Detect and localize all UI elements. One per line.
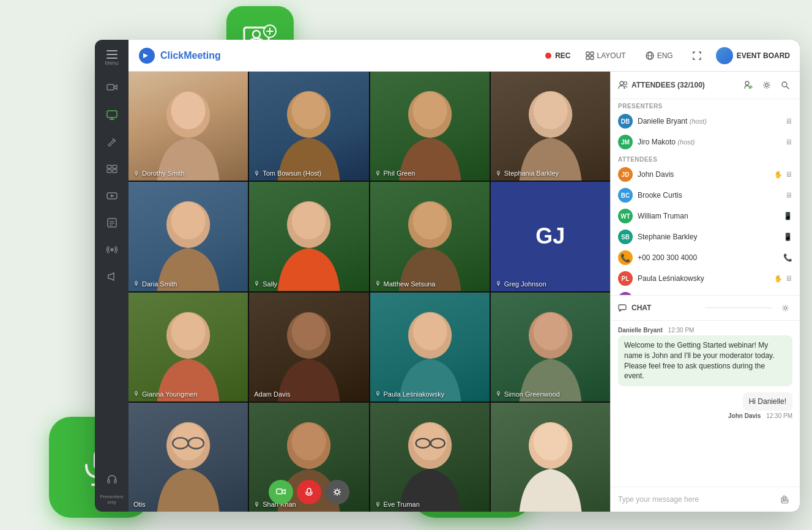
- rec-button[interactable]: REC: [545, 51, 570, 60]
- attendee-row-brooke[interactable]: BC Brooke Curtis 🖥: [611, 185, 800, 206]
- chat-label: CHAT: [631, 304, 700, 312]
- video-feed-eve: [370, 403, 490, 512]
- attendee-row-john[interactable]: JD John Davis ✋ 🖥: [611, 164, 800, 185]
- presenters-only-label: Presenters only: [95, 494, 129, 506]
- sidebar-youtube-icon[interactable]: [100, 184, 124, 207]
- svg-rect-85: [785, 497, 787, 501]
- fullscreen-button[interactable]: [688, 49, 706, 62]
- video-cell-paula: 🎙 Paula Leśniakowsky: [370, 293, 490, 401]
- video-name-greg: 🎙 Greg Johnson: [496, 280, 546, 288]
- video-cell-phil: 🎙 Phil Green: [370, 72, 490, 181]
- settings-btn[interactable]: [759, 78, 774, 92]
- avatar-greg: GJ: [491, 182, 610, 291]
- svg-rect-27: [114, 480, 116, 483]
- sidebar-menu-button[interactable]: Menu: [100, 46, 124, 70]
- fullscreen-icon: [693, 51, 701, 60]
- attendee-row-sally-jones[interactable]: SJ Sally Jones 🖥: [611, 289, 800, 295]
- name-label-greg: Greg Johnson: [504, 280, 546, 288]
- sidebar-draw-icon[interactable]: [100, 130, 124, 154]
- name-danielle: Danielle Bryant (host): [638, 117, 780, 125]
- name-label-sally: Sally: [263, 280, 277, 288]
- attendee-row-jiro[interactable]: JM Jiro Makoto (host) 🖥: [611, 132, 800, 152]
- gear-ctrl-icon: [333, 488, 341, 496]
- name-paula-list: Paula Leśniakowsky: [638, 274, 769, 283]
- video-feed-stephania: [491, 72, 610, 181]
- video-cell-sally: 🎙 Sally: [249, 182, 368, 291]
- mic-icon-eve: 🎙: [375, 501, 381, 508]
- tasks-icon: [106, 217, 117, 228]
- attendee-row-phone[interactable]: 📞 +00 200 300 4000 📞: [611, 247, 800, 268]
- video-cell-shah: 🎙 Shah Khan: [249, 403, 368, 512]
- svg-point-64: [292, 423, 326, 460]
- sidebar-headset-icon[interactable]: [100, 468, 124, 491]
- video-name-tom: 🎙 Tom Bowsun (Host): [254, 170, 321, 177]
- name-john: John Davis: [638, 170, 769, 179]
- icons-paula-list: ✋ 🖥: [774, 274, 792, 283]
- sidebar-screen2-icon[interactable]: [100, 157, 124, 181]
- svg-rect-17: [113, 170, 117, 173]
- name-label-otis: Otis: [133, 501, 146, 508]
- attendees-icon: [618, 81, 628, 89]
- chat-divider: [705, 307, 773, 308]
- rec-label: REC: [555, 51, 570, 60]
- sidebar-announce-icon[interactable]: [100, 265, 124, 288]
- camera-control-btn[interactable]: [269, 480, 293, 504]
- lang-button[interactable]: ENG: [641, 49, 678, 62]
- svg-rect-32: [590, 56, 594, 59]
- sidebar: Menu: [95, 40, 129, 512]
- msg-meta-john: John Davis 12:30 PM: [728, 412, 792, 419]
- attendee-row-paula-list[interactable]: PL Paula Leśniakowsky ✋ 🖥: [611, 268, 800, 289]
- mic-icon-phil: 🎙: [375, 170, 381, 177]
- top-bar: ClickMeeting REC LAYOUT: [129, 40, 800, 72]
- name-label-stephania: Stephania Barkley: [504, 170, 559, 177]
- attendee-row-stephanie[interactable]: SB Stephanie Barkley 📱: [611, 226, 800, 247]
- svg-point-79: [765, 84, 769, 87]
- attendee-row-danielle[interactable]: DB Danielle Bryant (host) 🖥: [611, 111, 800, 132]
- video-feed-phil: [370, 72, 490, 181]
- svg-point-4: [253, 31, 260, 38]
- event-board-button[interactable]: EVENT BOARD: [716, 47, 790, 64]
- mic-icon-greg: 🎙: [496, 280, 502, 287]
- layout-button[interactable]: LAYOUT: [581, 49, 631, 62]
- video-cell-otis: Otis: [129, 403, 248, 512]
- svg-rect-10: [107, 111, 117, 118]
- chat-send-icon[interactable]: [778, 492, 792, 507]
- chat-input[interactable]: [618, 495, 773, 504]
- settings-control-btn[interactable]: [325, 480, 349, 504]
- msg-time-danielle: 12:30 PM: [668, 327, 695, 334]
- avatar-jiro: JM: [618, 135, 633, 149]
- svg-rect-82: [619, 305, 626, 310]
- monitor-icon-jiro: 🖥: [785, 138, 792, 146]
- attendee-row-william[interactable]: WT William Truman 📱: [611, 206, 800, 226]
- host-label-jiro: (host): [677, 138, 695, 146]
- sidebar-video-icon[interactable]: [100, 77, 124, 100]
- icons-william: 📱: [783, 212, 792, 220]
- chat-settings-btn[interactable]: [778, 300, 792, 315]
- logo-area: ClickMeeting: [138, 47, 221, 64]
- mic-control-btn[interactable]: [297, 480, 321, 504]
- person-tom: [249, 72, 368, 181]
- call-icon-phone: 📞: [783, 253, 792, 262]
- video-cell-stephania: 🎙 Stephania Barkley: [491, 72, 610, 181]
- hamburger-line: [106, 50, 117, 51]
- announce-icon: [106, 271, 117, 282]
- video-name-phil: 🎙 Phil Green: [375, 170, 415, 177]
- sidebar-screen-icon[interactable]: [100, 103, 124, 127]
- sidebar-broadcast-icon[interactable]: [100, 238, 124, 261]
- person-simon: [491, 293, 610, 401]
- svg-rect-20: [108, 218, 116, 227]
- svg-rect-31: [586, 56, 589, 59]
- mic-icon-stephania: 🎙: [496, 170, 502, 177]
- hand-icon-john: ✋: [774, 171, 783, 179]
- add-attendee-btn[interactable]: [741, 78, 756, 92]
- name-label-gianna: Gianna Youngmen: [142, 390, 198, 398]
- top-bar-right: REC LAYOUT: [545, 47, 790, 64]
- search-attendees-btn[interactable]: [778, 78, 792, 92]
- video-feed-empty: [491, 403, 610, 512]
- svg-point-75: [624, 82, 627, 85]
- broadcast-icon: [106, 244, 117, 255]
- chat-input-area: [611, 487, 800, 512]
- msg-sender-john: John Davis: [728, 412, 761, 419]
- layout-icon: [586, 51, 594, 60]
- sidebar-tasks-icon[interactable]: [100, 211, 124, 234]
